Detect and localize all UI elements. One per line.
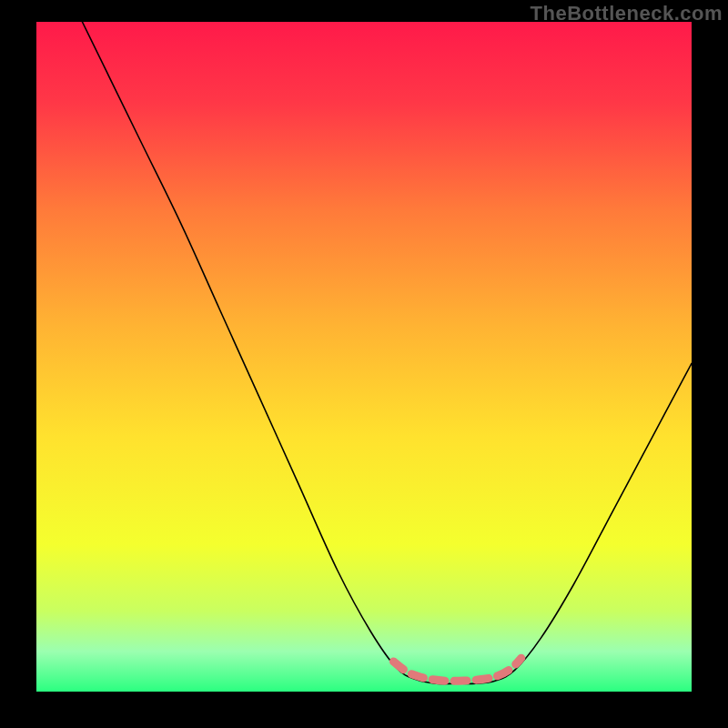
- chart-svg: [36, 22, 692, 692]
- gradient-background: [36, 22, 692, 692]
- watermark-text: TheBottleneck.com: [531, 2, 723, 25]
- chart-container: TheBottleneck.com: [0, 0, 728, 728]
- plot-frame: [36, 22, 692, 692]
